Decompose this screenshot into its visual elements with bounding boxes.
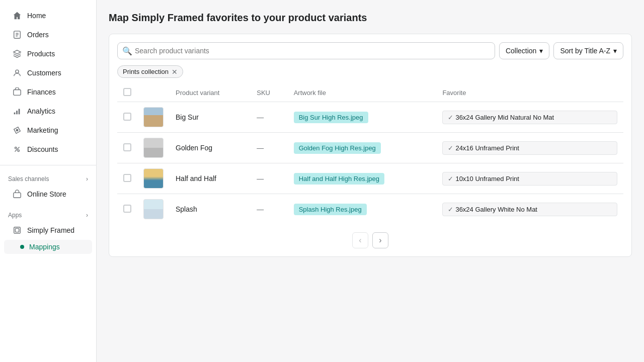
sidebar-item-online-store[interactable]: Online Store — [4, 185, 92, 203]
col-header-checkbox — [117, 84, 137, 102]
svg-rect-5 — [14, 90, 21, 96]
sidebar-item-label: Simply Framed — [27, 226, 74, 234]
svg-line-12 — [15, 147, 20, 152]
sidebar-item-finances[interactable]: Finances — [4, 83, 92, 101]
artwork-badge: Splash High Res.jpeg — [294, 204, 367, 215]
sidebar-item-label: Finances — [27, 88, 56, 96]
orders-icon — [12, 30, 22, 40]
sidebar-item-marketing[interactable]: Marketing — [4, 121, 92, 139]
apps-header[interactable]: Apps › — [0, 208, 96, 221]
apps-label: Apps — [8, 212, 22, 219]
sidebar-item-home[interactable]: Home — [4, 7, 92, 25]
select-all-checkbox[interactable] — [123, 88, 131, 96]
svg-rect-8 — [19, 109, 20, 115]
row-artwork-cell: Big Sur High Res.jpeg — [288, 102, 437, 133]
row-artwork-cell: Splash High Res.jpeg — [288, 194, 437, 225]
sidebar-item-discounts[interactable]: Discounts — [4, 140, 92, 158]
sidebar-item-label: Analytics — [27, 107, 55, 115]
row-thumb-cell — [137, 133, 170, 163]
sidebar-item-simply-framed[interactable]: Simply Framed — [4, 221, 92, 239]
table-row: Half and Half — Half and Half High Res.j… — [117, 163, 623, 194]
product-thumbnail — [143, 199, 164, 219]
product-name: Golden Fog — [176, 144, 212, 152]
product-variants-card: 🔍 Collection ▾ Sort by Title A-Z ▾ Print… — [109, 34, 632, 257]
svg-point-11 — [18, 150, 20, 152]
favorite-badge: ✓ 10x10 Unframed Print — [442, 172, 617, 186]
search-container: 🔍 — [117, 42, 495, 59]
product-thumbnail — [143, 168, 164, 189]
svg-rect-7 — [16, 111, 18, 114]
product-thumbnail — [143, 138, 164, 158]
sidebar-item-label: Orders — [27, 31, 49, 39]
toolbar: 🔍 Collection ▾ Sort by Title A-Z ▾ — [117, 42, 623, 59]
svg-rect-6 — [14, 113, 16, 115]
svg-rect-13 — [14, 193, 21, 198]
collection-label: Collection — [506, 47, 536, 55]
sort-label: Sort by Title A-Z — [560, 47, 610, 55]
check-icon: ✓ — [448, 206, 453, 213]
product-name: Half and Half — [176, 174, 216, 183]
sidebar-item-analytics[interactable]: Analytics — [4, 102, 92, 120]
row-thumb-cell — [137, 163, 170, 194]
sidebar-item-orders[interactable]: Orders — [4, 26, 92, 44]
sidebar-item-label: Customers — [27, 69, 61, 77]
artwork-badge: Golden Fog High Res.jpeg — [294, 142, 381, 154]
home-icon — [12, 11, 22, 21]
row-checkbox[interactable] — [123, 143, 131, 151]
chevron-right-icon: › — [86, 212, 88, 219]
favorite-badge: ✓ 24x16 Unframed Print — [442, 141, 617, 155]
row-thumb-cell — [137, 194, 170, 225]
sidebar-item-label: Online Store — [27, 190, 66, 198]
row-checkbox[interactable] — [123, 205, 131, 213]
sku-value: — — [257, 205, 264, 213]
sku-value: — — [257, 174, 264, 183]
filter-tag-remove[interactable]: ✕ — [172, 68, 178, 75]
next-page-button[interactable]: › — [372, 232, 388, 248]
col-header-favorite: Favorite — [436, 84, 623, 102]
table-row: Golden Fog — Golden Fog High Res.jpeg ✓ … — [117, 133, 623, 163]
artwork-badge: Big Sur High Res.jpeg — [294, 112, 368, 123]
sidebar-item-label: Home — [27, 12, 46, 20]
chevron-down-icon: ▾ — [613, 47, 617, 55]
row-checkbox[interactable] — [123, 174, 131, 182]
row-checkbox-cell — [117, 163, 137, 194]
row-checkbox-cell — [117, 133, 137, 163]
row-name-cell: Splash — [170, 194, 251, 225]
row-name-cell: Big Sur — [170, 102, 251, 133]
sidebar-item-label: Marketing — [27, 126, 58, 134]
sidebar-item-products[interactable]: Products — [4, 45, 92, 63]
discounts-icon — [12, 144, 22, 154]
sidebar-item-mappings[interactable]: Mappings — [4, 240, 92, 254]
sku-value: — — [257, 144, 264, 152]
sort-dropdown[interactable]: Sort by Title A-Z ▾ — [553, 42, 623, 59]
sku-value: — — [257, 113, 264, 121]
chevron-right-icon: › — [86, 175, 88, 183]
row-sku-cell: — — [251, 133, 287, 163]
filter-tags: Prints collection ✕ — [117, 65, 623, 78]
sidebar-item-label: Products — [27, 50, 55, 58]
chevron-right-icon: › — [379, 236, 381, 245]
customers-icon — [12, 68, 22, 78]
main-content: Map Simply Framed favorites to your prod… — [97, 0, 644, 362]
collection-dropdown[interactable]: Collection ▾ — [499, 42, 549, 59]
prev-page-button[interactable]: ‹ — [352, 232, 368, 248]
row-favorite-cell: ✓ 10x10 Unframed Print — [436, 163, 623, 194]
finances-icon — [12, 87, 22, 97]
sales-channels-header[interactable]: Sales channels › — [0, 171, 96, 185]
row-artwork-cell: Golden Fog High Res.jpeg — [288, 133, 437, 163]
row-checkbox[interactable] — [123, 113, 131, 121]
row-name-cell: Golden Fog — [170, 133, 251, 163]
favorite-badge: ✓ 36x24 Gallery Mid Natural No Mat — [442, 111, 617, 124]
search-input[interactable] — [117, 42, 495, 59]
check-icon: ✓ — [448, 114, 453, 121]
product-variants-table: Product variant SKU Artwork file Favorit… — [117, 84, 623, 224]
marketing-icon — [12, 125, 22, 135]
sidebar-sub-item-label: Mappings — [29, 243, 60, 251]
chevron-down-icon: ▾ — [539, 47, 543, 55]
sidebar-item-label: Discounts — [27, 145, 58, 153]
table-row: Big Sur — Big Sur High Res.jpeg ✓ 36x24 … — [117, 102, 623, 133]
svg-rect-14 — [14, 227, 21, 234]
sidebar-item-customers[interactable]: Customers — [4, 64, 92, 82]
sidebar: Home Orders Products Customers Finances … — [0, 0, 97, 362]
check-icon: ✓ — [448, 144, 453, 152]
